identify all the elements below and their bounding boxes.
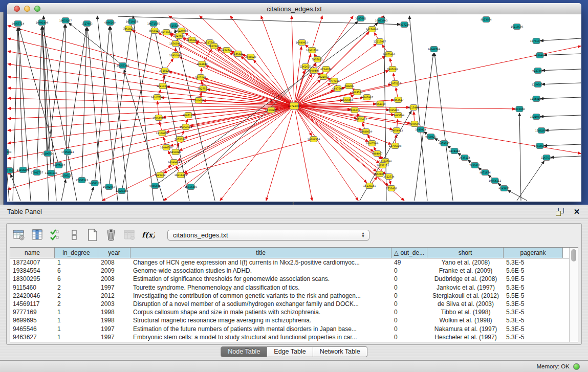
citation-edge-black[interactable] bbox=[540, 97, 581, 99]
table-cell-year[interactable]: 1998 bbox=[98, 309, 130, 316]
citation-edge-black[interactable] bbox=[18, 28, 31, 201]
table-cell-name[interactable]: 22420046 bbox=[10, 292, 55, 299]
table-cell-name[interactable]: 18300295 bbox=[10, 275, 55, 282]
table-cell-title[interactable]: Corpus callosum shape and size in male p… bbox=[130, 309, 391, 316]
citation-edge-red[interactable] bbox=[294, 106, 312, 201]
minimize-window-button[interactable] bbox=[24, 6, 30, 12]
table-cell-short[interactable]: Tibbo et al. (1998) bbox=[427, 309, 504, 316]
table-cell-year[interactable]: 1998 bbox=[98, 317, 130, 324]
table-cell-name[interactable]: 9465546 bbox=[10, 325, 55, 333]
table-row[interactable]: 1456911722003Disruption of a novel membe… bbox=[10, 300, 570, 308]
close-panel-icon[interactable]: ✕ bbox=[572, 207, 582, 216]
table-cell-in_degree[interactable]: 1 bbox=[55, 309, 98, 316]
table-cell-title[interactable]: Changes of HCN gene expression and I(f) … bbox=[130, 259, 391, 266]
table-cell-pagerank[interactable]: 5.3E-5 bbox=[504, 284, 563, 291]
citation-edge-red[interactable] bbox=[294, 106, 367, 183]
citation-edge-red[interactable] bbox=[183, 38, 294, 106]
table-row[interactable]: 1830029562008Estimation of significance … bbox=[10, 275, 570, 283]
table-cell-out_de[interactable]: 0 bbox=[391, 267, 427, 274]
table-cell-name[interactable]: 14569117 bbox=[10, 300, 55, 308]
citation-edge-black[interactable] bbox=[90, 187, 94, 201]
column-header-title[interactable]: title bbox=[130, 248, 391, 258]
citation-edge-red[interactable] bbox=[266, 106, 294, 201]
citation-edge-black[interactable] bbox=[540, 115, 581, 117]
table-cell-in_degree[interactable]: 1 bbox=[55, 317, 98, 324]
table-cell-title[interactable]: Embryonic stem cells: a model to study s… bbox=[130, 334, 391, 341]
citation-edge-black[interactable] bbox=[508, 190, 527, 201]
network-window-titlebar[interactable]: citations_edges.txt bbox=[7, 3, 581, 15]
table-cell-out_de[interactable]: 0 bbox=[391, 292, 427, 299]
column-header-out_de[interactable]: △ out_de... bbox=[391, 248, 427, 258]
column-header-pagerank[interactable]: pagerank bbox=[504, 248, 563, 258]
table-cell-name[interactable]: 9777169 bbox=[10, 309, 55, 316]
table-cell-out_de[interactable]: 0 bbox=[391, 300, 427, 308]
citation-edge-black[interactable] bbox=[61, 180, 66, 201]
table-cell-short[interactable]: Jankovic et al. (1997) bbox=[427, 284, 504, 291]
table-cell-short[interactable]: de Silva et al. (2003) bbox=[427, 300, 504, 308]
column-header-short[interactable]: short bbox=[427, 248, 504, 258]
table-cell-name[interactable]: 18724007 bbox=[10, 259, 55, 266]
float-panel-icon[interactable] bbox=[555, 208, 564, 216]
citation-edge-black[interactable] bbox=[546, 129, 581, 130]
table-cell-out_de[interactable]: 0 bbox=[391, 317, 427, 324]
table-cell-year[interactable]: 2012 bbox=[98, 292, 130, 299]
table-row[interactable]: 977716911998Corpus callosum shape and si… bbox=[10, 308, 570, 316]
table-cell-in_degree[interactable]: 1 bbox=[55, 325, 98, 333]
table-cell-pagerank[interactable]: 5.3E-5 bbox=[504, 259, 563, 266]
table-cell-year[interactable]: 2009 bbox=[98, 267, 130, 274]
column-header-name[interactable]: name bbox=[10, 248, 55, 258]
table-cell-in_degree[interactable]: 2 bbox=[55, 300, 98, 308]
table-cell-year[interactable]: 1997 bbox=[98, 325, 130, 333]
table-cell-year[interactable]: 2008 bbox=[98, 259, 130, 266]
table-cell-in_degree[interactable]: 1 bbox=[55, 259, 98, 266]
citation-edge-black[interactable] bbox=[95, 27, 110, 183]
table-cell-in_degree[interactable]: 2 bbox=[55, 292, 98, 299]
citation-edge-black[interactable] bbox=[133, 16, 154, 201]
table-cell-pagerank[interactable]: 5.3E-5 bbox=[504, 317, 563, 324]
table-cell-out_de[interactable]: 0 bbox=[391, 334, 427, 341]
table-cell-pagerank[interactable]: 5.3E-5 bbox=[504, 309, 563, 316]
tab-node-table[interactable]: Node Table bbox=[221, 346, 267, 357]
table-cell-name[interactable]: 19384554 bbox=[10, 267, 55, 274]
table-cell-pagerank[interactable]: 5.9E-5 bbox=[504, 275, 563, 282]
table-cell-title[interactable]: Estimation of the future numbers of pati… bbox=[130, 325, 391, 333]
citation-edge-black[interactable] bbox=[88, 28, 102, 201]
citation-edge-black[interactable] bbox=[544, 54, 581, 55]
table-cell-short[interactable]: Wolkin et al. (1998) bbox=[427, 317, 504, 324]
citation-edge-black[interactable] bbox=[97, 16, 118, 201]
column-chooser-icon[interactable] bbox=[30, 228, 44, 242]
table-cell-title[interactable]: Disruption of a novel member of a sodium… bbox=[130, 300, 391, 308]
citation-edge-black[interactable] bbox=[540, 38, 581, 41]
citation-edge-black[interactable] bbox=[109, 26, 132, 187]
table-cell-title[interactable]: Tourette syndrome. Phenomenology and cla… bbox=[130, 284, 391, 291]
network-canvas[interactable]: 1872400720055714206914061063326715276036… bbox=[7, 14, 581, 202]
column-header-year[interactable]: year bbox=[98, 248, 130, 258]
table-cell-year[interactable]: 1997 bbox=[98, 284, 130, 291]
citation-edge-black[interactable] bbox=[155, 23, 378, 186]
citation-edge-black[interactable] bbox=[19, 28, 59, 165]
delete-table-icon[interactable] bbox=[104, 228, 118, 242]
citation-edge-red[interactable] bbox=[178, 106, 294, 161]
new-table-icon[interactable] bbox=[85, 228, 99, 242]
table-cell-in_degree[interactable]: 6 bbox=[55, 275, 98, 282]
table-cell-out_de[interactable]: 0 bbox=[391, 325, 427, 333]
vertical-scrollbar[interactable] bbox=[569, 248, 578, 342]
table-cell-pagerank[interactable]: 5.3E-5 bbox=[504, 334, 563, 341]
table-cell-year[interactable]: 2008 bbox=[98, 275, 130, 282]
citation-edge-black[interactable] bbox=[82, 28, 87, 180]
table-cell-year[interactable]: 2003 bbox=[98, 300, 130, 308]
citation-edge-black[interactable] bbox=[11, 174, 20, 201]
function-builder-icon[interactable]: f(x) bbox=[141, 228, 155, 242]
table-cell-in_degree[interactable]: 1 bbox=[55, 334, 98, 341]
table-selector-dropdown[interactable]: citations_edges.txt ▲▼ bbox=[167, 230, 369, 240]
citation-edge-red[interactable] bbox=[294, 106, 358, 201]
table-cell-name[interactable]: 9699695 bbox=[10, 317, 55, 324]
table-cell-out_de[interactable]: 0 bbox=[391, 309, 427, 316]
table-settings-icon[interactable] bbox=[12, 228, 26, 242]
table-row[interactable]: 969969511998Structural magnetic resonanc… bbox=[10, 316, 570, 324]
citation-edge-black[interactable] bbox=[544, 144, 581, 146]
tab-edge-table[interactable]: Edge Table bbox=[267, 346, 313, 357]
table-row[interactable]: 911546021997Tourette syndrome. Phenomeno… bbox=[10, 283, 570, 292]
table-cell-out_de[interactable]: 49 bbox=[391, 259, 427, 266]
citation-edge-black[interactable] bbox=[542, 69, 581, 71]
